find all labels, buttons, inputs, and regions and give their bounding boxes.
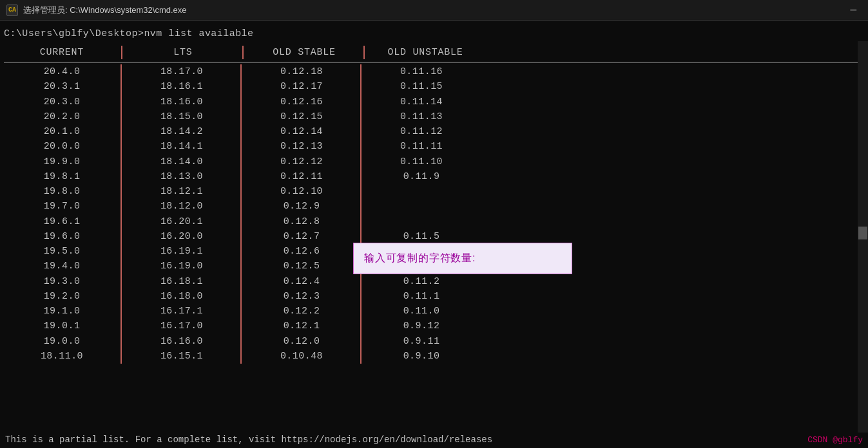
header-old-unstable: OLD UNSTABLE xyxy=(367,46,483,59)
table-row: 0.11.13 xyxy=(363,109,479,124)
table-col-0: 20.4.020.3.120.3.020.2.020.1.020.0.019.9… xyxy=(4,64,120,364)
table-row: 0.9.10 xyxy=(363,349,479,364)
table-row: 16.15.1 xyxy=(124,349,240,364)
table-row: 0.11.2 xyxy=(363,274,479,289)
table-row: 0.11.12 xyxy=(363,124,479,139)
table-row: 19.3.0 xyxy=(4,274,120,289)
table-row: 0.11.16 xyxy=(363,64,479,79)
header-lts: LTS xyxy=(125,46,241,59)
statusbar: This is a partial list. For a complete l… xyxy=(0,433,868,448)
table-row: 19.4.0 xyxy=(4,259,120,274)
table-row: 19.9.0 xyxy=(4,154,120,169)
table-col-2: 0.12.180.12.170.12.160.12.150.12.140.12.… xyxy=(244,64,360,364)
table-row: 19.0.0 xyxy=(4,334,120,349)
scrollbar-thumb[interactable] xyxy=(858,227,867,239)
table-row: 0.11.14 xyxy=(363,95,479,109)
table-row: 20.3.1 xyxy=(4,79,120,94)
table-col-3: 0.11.160.11.150.11.140.11.130.11.120.11.… xyxy=(363,64,479,364)
window-title: 选择管理员: C:\Windows\system32\cmd.exe xyxy=(23,5,187,16)
table-row: 18.14.2 xyxy=(124,124,240,139)
column-separator xyxy=(240,64,243,364)
table-row: 19.6.0 xyxy=(4,229,120,244)
table-row: 16.17.1 xyxy=(124,304,240,319)
table-row: 19.2.0 xyxy=(4,289,120,304)
table-row: 16.20.0 xyxy=(124,229,240,244)
table-row: 18.15.0 xyxy=(124,109,240,124)
table-row: 0.12.9 xyxy=(244,199,360,214)
table-row: 18.11.0 xyxy=(4,349,120,364)
table-row: 0.11.5 xyxy=(363,229,479,244)
table-row: 0.9.12 xyxy=(363,319,479,333)
table-row: 0.11.10 xyxy=(363,154,479,169)
column-separator xyxy=(360,64,363,364)
app-icon: CA xyxy=(6,5,18,16)
table-row: 20.1.0 xyxy=(4,124,120,139)
table-row: 0.12.0 xyxy=(244,334,360,349)
table-row: 16.19.0 xyxy=(124,259,240,274)
table-row: 18.17.0 xyxy=(124,64,240,79)
table-row: 0.12.17 xyxy=(244,79,360,94)
terminal-area: C:\Users\gblfy\Desktop>nvm list availabl… xyxy=(0,21,868,448)
nvm-table: CURRENT LTS OLD STABLE OLD UNSTABLE 20.4… xyxy=(4,46,864,364)
popup-label: 输入可复制的字符数量: xyxy=(364,252,476,263)
header-old-stable: OLD STABLE xyxy=(246,46,362,59)
table-row: 16.18.0 xyxy=(124,289,240,304)
table-data-rows: 20.4.020.3.120.3.020.2.020.1.020.0.019.9… xyxy=(4,64,864,364)
table-row: 19.1.0 xyxy=(4,304,120,319)
table-row: 0.12.1 xyxy=(244,319,360,333)
table-row: 0.12.12 xyxy=(244,154,360,169)
table-row: 0.11.0 xyxy=(363,304,479,319)
table-col-1: 18.17.018.16.118.16.018.15.018.14.218.14… xyxy=(124,64,240,364)
table-row: 0.10.48 xyxy=(244,349,360,364)
table-row: 0.12.8 xyxy=(244,214,360,229)
popup-dialog[interactable]: 输入可复制的字符数量: xyxy=(353,243,572,274)
table-row: 0.12.3 xyxy=(244,289,360,304)
table-row: 0.12.15 xyxy=(244,109,360,124)
table-row: 20.0.0 xyxy=(4,139,120,154)
minimize-button[interactable]: — xyxy=(845,5,862,15)
table-row: 0.12.2 xyxy=(244,304,360,319)
table-row: 18.16.0 xyxy=(124,95,240,109)
table-row: 0.12.18 xyxy=(244,64,360,79)
brand-text: CSDN @gblfy xyxy=(807,434,863,446)
table-row: 16.17.0 xyxy=(124,319,240,333)
table-header-row: CURRENT LTS OLD STABLE OLD UNSTABLE xyxy=(4,46,864,63)
table-row: 0.12.4 xyxy=(244,274,360,289)
footer-text: This is a partial list. For a complete l… xyxy=(5,434,807,447)
table-row: 16.18.1 xyxy=(124,274,240,289)
column-separator xyxy=(121,64,123,364)
table-row: 20.4.0 xyxy=(4,64,120,79)
table-row: 0.12.11 xyxy=(244,169,360,184)
table-row: 19.8.1 xyxy=(4,169,120,184)
table-row: 0.12.7 xyxy=(244,229,360,244)
table-row: 18.13.0 xyxy=(124,169,240,184)
table-row: 0.11.15 xyxy=(363,79,479,94)
table-row: 19.0.1 xyxy=(4,319,120,333)
table-row: 0.12.13 xyxy=(244,139,360,154)
table-row: 0.11.1 xyxy=(363,289,479,304)
table-row: 18.14.1 xyxy=(124,139,240,154)
table-row: 0.9.11 xyxy=(363,334,479,349)
table-row: 0.12.5 xyxy=(244,259,360,274)
table-row: 20.3.0 xyxy=(4,95,120,109)
window-controls: — xyxy=(845,5,862,15)
table-row xyxy=(363,214,479,229)
table-row: 20.2.0 xyxy=(4,109,120,124)
table-row: 16.20.1 xyxy=(124,214,240,229)
table-row: 19.6.1 xyxy=(4,214,120,229)
table-row: 0.12.14 xyxy=(244,124,360,139)
table-row: 16.16.0 xyxy=(124,334,240,349)
table-row: 18.12.1 xyxy=(124,184,240,199)
header-current: CURRENT xyxy=(4,46,120,59)
titlebar: CA 选择管理员: C:\Windows\system32\cmd.exe — xyxy=(0,0,868,21)
table-row: 16.19.1 xyxy=(124,244,240,259)
table-row xyxy=(363,199,479,214)
scrollbar[interactable] xyxy=(858,41,868,448)
table-row: 0.11.11 xyxy=(363,139,479,154)
table-row: 18.14.0 xyxy=(124,154,240,169)
table-row: 0.12.6 xyxy=(244,244,360,259)
command-line: C:\Users\gblfy\Desktop>nvm list availabl… xyxy=(4,27,864,41)
table-row: 0.12.10 xyxy=(244,184,360,199)
table-row: 0.12.16 xyxy=(244,95,360,109)
table-row: 19.5.0 xyxy=(4,244,120,259)
